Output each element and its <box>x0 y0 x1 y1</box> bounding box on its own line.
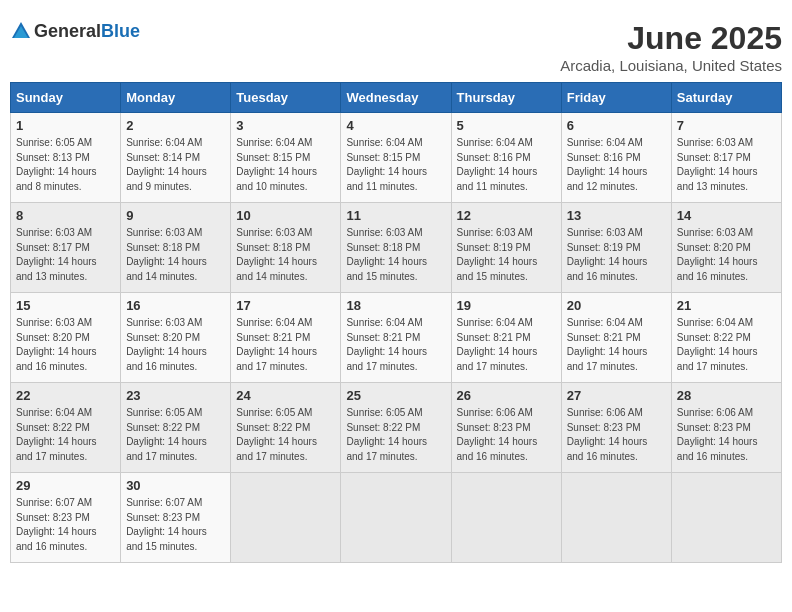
day-number: 5 <box>457 118 556 133</box>
day-info: Sunrise: 6:05 AMSunset: 8:22 PMDaylight:… <box>126 406 225 464</box>
calendar-cell: 7Sunrise: 6:03 AMSunset: 8:17 PMDaylight… <box>671 113 781 203</box>
day-info: Sunrise: 6:04 AMSunset: 8:16 PMDaylight:… <box>567 136 666 194</box>
day-info: Sunrise: 6:04 AMSunset: 8:22 PMDaylight:… <box>677 316 776 374</box>
day-number: 15 <box>16 298 115 313</box>
day-info: Sunrise: 6:06 AMSunset: 8:23 PMDaylight:… <box>567 406 666 464</box>
calendar-cell: 21Sunrise: 6:04 AMSunset: 8:22 PMDayligh… <box>671 293 781 383</box>
day-info: Sunrise: 6:04 AMSunset: 8:21 PMDaylight:… <box>457 316 556 374</box>
day-info: Sunrise: 6:04 AMSunset: 8:14 PMDaylight:… <box>126 136 225 194</box>
day-info: Sunrise: 6:03 AMSunset: 8:18 PMDaylight:… <box>236 226 335 284</box>
day-number: 13 <box>567 208 666 223</box>
day-number: 28 <box>677 388 776 403</box>
day-info: Sunrise: 6:03 AMSunset: 8:19 PMDaylight:… <box>457 226 556 284</box>
calendar-cell <box>561 473 671 563</box>
calendar-header-row: SundayMondayTuesdayWednesdayThursdayFrid… <box>11 83 782 113</box>
day-number: 29 <box>16 478 115 493</box>
day-number: 18 <box>346 298 445 313</box>
calendar-cell: 25Sunrise: 6:05 AMSunset: 8:22 PMDayligh… <box>341 383 451 473</box>
title-block: June 2025 Arcadia, Louisiana, United Sta… <box>560 20 782 74</box>
day-info: Sunrise: 6:03 AMSunset: 8:19 PMDaylight:… <box>567 226 666 284</box>
calendar-cell <box>341 473 451 563</box>
calendar-cell: 9Sunrise: 6:03 AMSunset: 8:18 PMDaylight… <box>121 203 231 293</box>
calendar-col-saturday: Saturday <box>671 83 781 113</box>
calendar-cell: 10Sunrise: 6:03 AMSunset: 8:18 PMDayligh… <box>231 203 341 293</box>
calendar-cell: 16Sunrise: 6:03 AMSunset: 8:20 PMDayligh… <box>121 293 231 383</box>
calendar-cell <box>451 473 561 563</box>
calendar-cell: 20Sunrise: 6:04 AMSunset: 8:21 PMDayligh… <box>561 293 671 383</box>
day-number: 19 <box>457 298 556 313</box>
calendar-col-friday: Friday <box>561 83 671 113</box>
header: GeneralBlue June 2025 Arcadia, Louisiana… <box>10 10 782 82</box>
day-info: Sunrise: 6:04 AMSunset: 8:22 PMDaylight:… <box>16 406 115 464</box>
day-number: 7 <box>677 118 776 133</box>
calendar-cell <box>231 473 341 563</box>
calendar-cell: 8Sunrise: 6:03 AMSunset: 8:17 PMDaylight… <box>11 203 121 293</box>
day-number: 8 <box>16 208 115 223</box>
calendar-cell: 18Sunrise: 6:04 AMSunset: 8:21 PMDayligh… <box>341 293 451 383</box>
calendar-cell: 28Sunrise: 6:06 AMSunset: 8:23 PMDayligh… <box>671 383 781 473</box>
page: GeneralBlue June 2025 Arcadia, Louisiana… <box>10 10 782 563</box>
day-number: 16 <box>126 298 225 313</box>
day-info: Sunrise: 6:03 AMSunset: 8:18 PMDaylight:… <box>346 226 445 284</box>
calendar-col-sunday: Sunday <box>11 83 121 113</box>
calendar-cell: 6Sunrise: 6:04 AMSunset: 8:16 PMDaylight… <box>561 113 671 203</box>
day-number: 9 <box>126 208 225 223</box>
logo-icon <box>10 20 32 42</box>
day-number: 20 <box>567 298 666 313</box>
day-info: Sunrise: 6:03 AMSunset: 8:20 PMDaylight:… <box>126 316 225 374</box>
day-number: 10 <box>236 208 335 223</box>
calendar-row: 15Sunrise: 6:03 AMSunset: 8:20 PMDayligh… <box>11 293 782 383</box>
day-info: Sunrise: 6:03 AMSunset: 8:20 PMDaylight:… <box>16 316 115 374</box>
calendar-row: 8Sunrise: 6:03 AMSunset: 8:17 PMDaylight… <box>11 203 782 293</box>
calendar-cell: 13Sunrise: 6:03 AMSunset: 8:19 PMDayligh… <box>561 203 671 293</box>
calendar-col-wednesday: Wednesday <box>341 83 451 113</box>
calendar-row: 22Sunrise: 6:04 AMSunset: 8:22 PMDayligh… <box>11 383 782 473</box>
main-title: June 2025 <box>560 20 782 57</box>
calendar-cell: 17Sunrise: 6:04 AMSunset: 8:21 PMDayligh… <box>231 293 341 383</box>
day-number: 12 <box>457 208 556 223</box>
day-info: Sunrise: 6:03 AMSunset: 8:18 PMDaylight:… <box>126 226 225 284</box>
day-number: 21 <box>677 298 776 313</box>
day-info: Sunrise: 6:04 AMSunset: 8:15 PMDaylight:… <box>236 136 335 194</box>
calendar-cell: 22Sunrise: 6:04 AMSunset: 8:22 PMDayligh… <box>11 383 121 473</box>
calendar-cell: 14Sunrise: 6:03 AMSunset: 8:20 PMDayligh… <box>671 203 781 293</box>
calendar-cell: 1Sunrise: 6:05 AMSunset: 8:13 PMDaylight… <box>11 113 121 203</box>
calendar-cell: 27Sunrise: 6:06 AMSunset: 8:23 PMDayligh… <box>561 383 671 473</box>
day-number: 25 <box>346 388 445 403</box>
day-number: 17 <box>236 298 335 313</box>
day-number: 11 <box>346 208 445 223</box>
calendar-cell: 15Sunrise: 6:03 AMSunset: 8:20 PMDayligh… <box>11 293 121 383</box>
calendar-col-monday: Monday <box>121 83 231 113</box>
day-number: 14 <box>677 208 776 223</box>
day-info: Sunrise: 6:05 AMSunset: 8:13 PMDaylight:… <box>16 136 115 194</box>
logo: GeneralBlue <box>10 20 140 42</box>
day-number: 23 <box>126 388 225 403</box>
day-number: 1 <box>16 118 115 133</box>
calendar-cell: 5Sunrise: 6:04 AMSunset: 8:16 PMDaylight… <box>451 113 561 203</box>
day-number: 30 <box>126 478 225 493</box>
day-info: Sunrise: 6:04 AMSunset: 8:21 PMDaylight:… <box>346 316 445 374</box>
calendar-cell <box>671 473 781 563</box>
calendar-cell: 12Sunrise: 6:03 AMSunset: 8:19 PMDayligh… <box>451 203 561 293</box>
day-info: Sunrise: 6:07 AMSunset: 8:23 PMDaylight:… <box>126 496 225 554</box>
day-info: Sunrise: 6:04 AMSunset: 8:21 PMDaylight:… <box>567 316 666 374</box>
calendar-cell: 29Sunrise: 6:07 AMSunset: 8:23 PMDayligh… <box>11 473 121 563</box>
logo-general: General <box>34 21 101 41</box>
calendar-row: 1Sunrise: 6:05 AMSunset: 8:13 PMDaylight… <box>11 113 782 203</box>
day-info: Sunrise: 6:07 AMSunset: 8:23 PMDaylight:… <box>16 496 115 554</box>
day-info: Sunrise: 6:04 AMSunset: 8:21 PMDaylight:… <box>236 316 335 374</box>
day-info: Sunrise: 6:04 AMSunset: 8:16 PMDaylight:… <box>457 136 556 194</box>
calendar-cell: 4Sunrise: 6:04 AMSunset: 8:15 PMDaylight… <box>341 113 451 203</box>
calendar-cell: 3Sunrise: 6:04 AMSunset: 8:15 PMDaylight… <box>231 113 341 203</box>
day-info: Sunrise: 6:06 AMSunset: 8:23 PMDaylight:… <box>457 406 556 464</box>
calendar-cell: 11Sunrise: 6:03 AMSunset: 8:18 PMDayligh… <box>341 203 451 293</box>
day-info: Sunrise: 6:05 AMSunset: 8:22 PMDaylight:… <box>236 406 335 464</box>
day-number: 22 <box>16 388 115 403</box>
calendar-col-thursday: Thursday <box>451 83 561 113</box>
calendar-cell: 24Sunrise: 6:05 AMSunset: 8:22 PMDayligh… <box>231 383 341 473</box>
calendar-cell: 23Sunrise: 6:05 AMSunset: 8:22 PMDayligh… <box>121 383 231 473</box>
day-info: Sunrise: 6:06 AMSunset: 8:23 PMDaylight:… <box>677 406 776 464</box>
day-number: 2 <box>126 118 225 133</box>
day-info: Sunrise: 6:05 AMSunset: 8:22 PMDaylight:… <box>346 406 445 464</box>
calendar-table: SundayMondayTuesdayWednesdayThursdayFrid… <box>10 82 782 563</box>
